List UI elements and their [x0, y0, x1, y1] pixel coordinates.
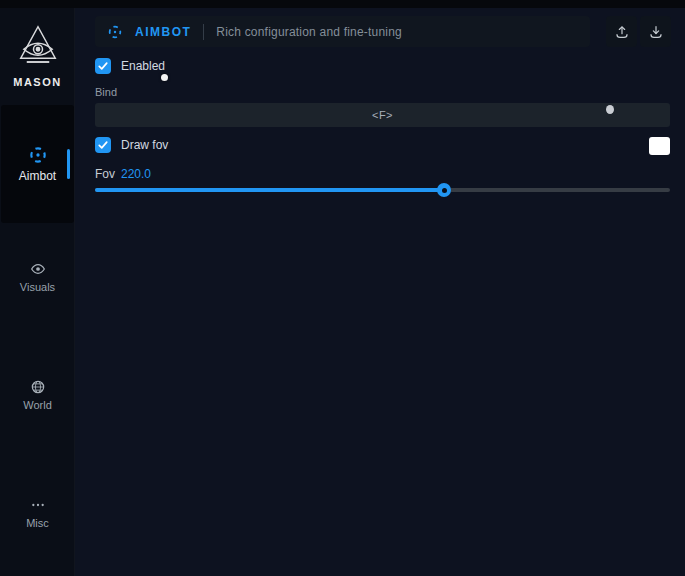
check-icon — [98, 61, 108, 71]
active-indicator — [67, 149, 70, 179]
sidebar-item-label: World — [23, 399, 52, 411]
eye-icon — [30, 261, 46, 277]
sidebar-item-aimbot[interactable]: Aimbot — [1, 105, 74, 223]
crosshair-icon — [107, 24, 123, 40]
check-icon — [98, 140, 108, 150]
drag-handle-dot — [606, 105, 614, 114]
enabled-label: Enabled — [121, 59, 165, 73]
draw-fov-label: Draw fov — [121, 138, 168, 152]
mason-logo-icon — [14, 22, 62, 72]
crosshair-icon — [28, 145, 48, 165]
fov-color-swatch[interactable] — [649, 137, 670, 155]
fov-label-text: Fov — [95, 167, 115, 181]
window-top-strip — [0, 0, 685, 8]
sidebar-item-misc[interactable]: Misc — [0, 497, 75, 541]
divider — [203, 24, 204, 40]
page-header: AIMBOT Rich configuration and fine-tunin… — [95, 16, 590, 47]
fov-slider-fill — [95, 188, 444, 192]
bind-input[interactable]: <F> — [95, 103, 670, 127]
app-window: MASON Aimbot Visuals World — [0, 0, 685, 576]
bind-value: <F> — [372, 109, 393, 121]
page-title: AIMBOT — [135, 25, 191, 39]
fov-slider[interactable] — [95, 183, 670, 197]
upload-icon — [614, 24, 630, 40]
page-subtitle: Rich configuration and fine-tuning — [216, 25, 402, 39]
upload-config-button[interactable] — [606, 16, 637, 47]
fov-slider-thumb[interactable] — [437, 183, 451, 197]
sidebar-item-label: Visuals — [20, 281, 55, 293]
logo: MASON — [0, 22, 75, 88]
download-icon — [648, 24, 664, 40]
sidebar-item-world[interactable]: World — [0, 379, 75, 423]
mouse-cursor-dot — [161, 74, 168, 81]
fov-slider-thumb-dot — [442, 188, 447, 193]
fov-value: 220.0 — [121, 167, 151, 181]
draw-fov-checkbox[interactable] — [95, 137, 111, 153]
download-config-button[interactable] — [640, 16, 671, 47]
ellipsis-icon — [30, 497, 46, 513]
sidebar: MASON Aimbot Visuals World — [0, 8, 75, 576]
fov-value-label: Fov 220.0 — [95, 167, 151, 181]
logo-label: MASON — [13, 76, 61, 88]
enabled-checkbox[interactable] — [95, 58, 111, 74]
globe-icon — [30, 379, 46, 395]
bind-label: Bind — [95, 86, 117, 98]
sidebar-item-label: Misc — [26, 517, 49, 529]
sidebar-item-visuals[interactable]: Visuals — [0, 261, 75, 305]
sidebar-item-label: Aimbot — [19, 169, 56, 183]
